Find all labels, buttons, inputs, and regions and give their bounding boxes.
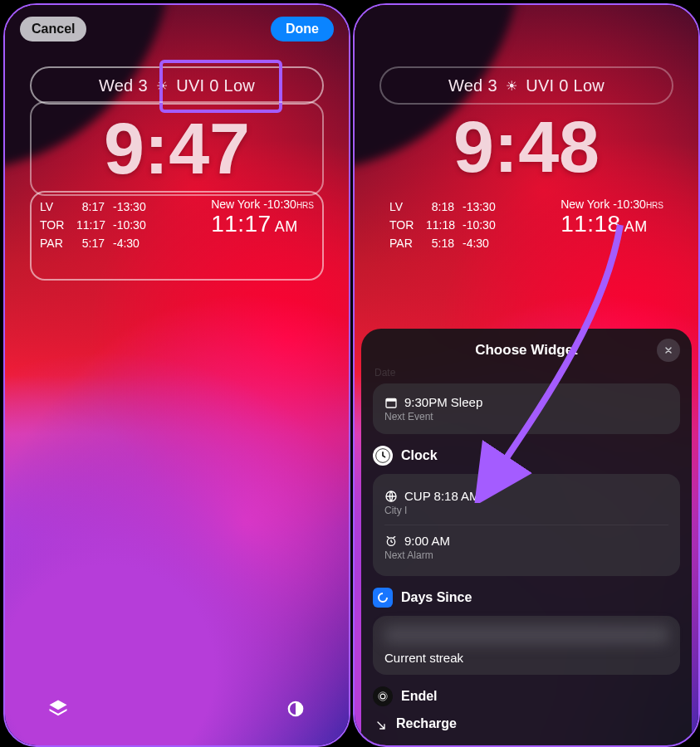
done-button[interactable]: Done	[271, 17, 334, 42]
phone-right: Wed 3 ☀︎ UVI 0 Low 9:48 LV8:18-13:30 TOR…	[353, 3, 700, 747]
next-event-widget[interactable]: 9:30PM Sleep Next Event	[373, 383, 680, 434]
recharge-option[interactable]: Recharge	[373, 715, 680, 731]
clock-app-icon	[373, 446, 393, 466]
choose-widget-sheet: Choose Widget Date 9:30PM Sleep Next Eve…	[361, 329, 692, 745]
alarm-icon	[384, 535, 398, 548]
days-since-sub: Current streak	[384, 651, 668, 665]
globe-icon	[384, 490, 398, 503]
widgets-row: LV8:18-13:30 TOR11:18-10:30 PAR5:18-4:30…	[379, 191, 673, 281]
svg-rect-1	[386, 398, 396, 401]
clock-time: 9:47	[104, 112, 250, 185]
alarm-sub: Next Alarm	[384, 549, 668, 561]
date-label: Wed 3	[448, 76, 497, 95]
appearance-icon[interactable]	[281, 694, 311, 724]
section-partial-label: Date	[373, 367, 680, 378]
phone-left: Cancel Done Wed 3 ☀︎ UVI 0 Low 9:47 LV8:…	[3, 3, 350, 747]
alarm-line: 9:00 AM	[404, 534, 450, 548]
endel-app-icon	[373, 686, 393, 706]
date-label: Wed 3	[99, 76, 148, 95]
city-widget-option[interactable]: CUP 8:18 AM City I	[384, 484, 668, 521]
next-event-sub: Next Event	[384, 411, 668, 422]
clock: 9:48	[379, 101, 673, 193]
layers-icon[interactable]	[43, 694, 73, 724]
uvi-label: UVI 0 Low	[526, 76, 605, 95]
world-clock-large: New York -10:30HRS 11:18AM	[551, 198, 663, 274]
city-sub: City I	[384, 505, 668, 516]
svg-point-5	[380, 694, 385, 699]
uvi-label: UVI 0 Low	[176, 76, 255, 95]
next-event-line: 9:30PM Sleep	[404, 395, 482, 409]
world-clock-small: LV8:17-13:30 TOR11:17-10:30 PAR5:17-4:30	[40, 198, 146, 274]
calendar-icon	[384, 396, 398, 409]
date-widget-slot[interactable]: Wed 3 ☀︎ UVI 0 Low	[30, 66, 324, 105]
clock-section-header: Clock	[373, 446, 680, 466]
days-since-header: Days Since	[373, 588, 680, 608]
clock-widgets-card: CUP 8:18 AM City I 9:00 AM Next Alarm	[373, 474, 680, 576]
date-widget[interactable]: Wed 3 ☀︎ UVI 0 Low	[379, 66, 673, 105]
close-icon[interactable]	[657, 339, 680, 362]
editor-topbar: Cancel Done	[5, 17, 349, 42]
endel-header: Endel	[373, 686, 680, 706]
clock-time: 9:48	[453, 110, 600, 183]
sun-icon: ☀︎	[506, 78, 517, 94]
svg-point-6	[379, 692, 388, 701]
clock-slot[interactable]: 9:47	[30, 101, 324, 196]
days-since-card[interactable]: Current streak	[373, 616, 680, 675]
world-clock-small: LV8:18-13:30 TOR11:18-10:30 PAR5:18-4:30	[389, 198, 496, 274]
days-since-app-icon	[373, 588, 393, 608]
city-line: CUP 8:18 AM	[404, 489, 480, 503]
sun-icon: ☀︎	[156, 78, 168, 94]
world-clock-large: New York -10:30HRS 11:17AM	[201, 198, 314, 274]
next-alarm-option[interactable]: 9:00 AM Next Alarm	[384, 525, 668, 566]
sheet-title: Choose Widget	[361, 329, 692, 367]
redacted-content	[384, 626, 668, 644]
arrow-down-right-icon	[374, 719, 388, 732]
cancel-button[interactable]: Cancel	[20, 17, 86, 42]
widgets-row-slot[interactable]: LV8:17-13:30 TOR11:17-10:30 PAR5:17-4:30…	[30, 191, 324, 281]
